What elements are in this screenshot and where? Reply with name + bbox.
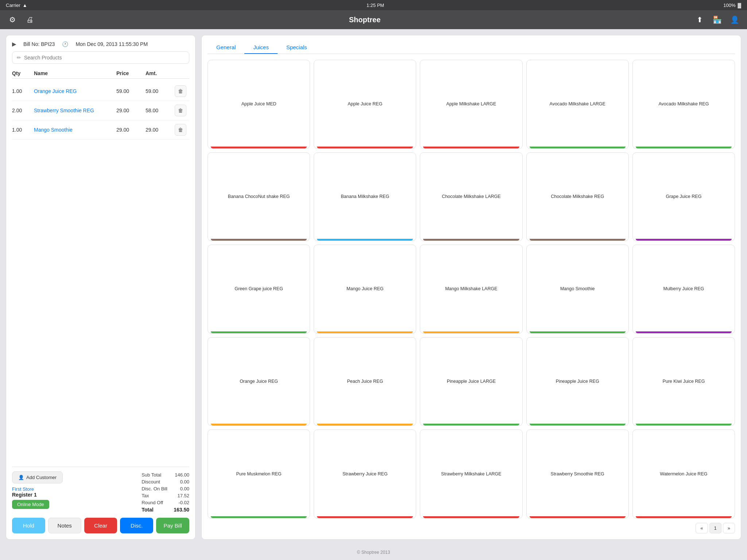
table-header: Qty Name Price Amt. [12,68,189,79]
delete-item-button[interactable]: 🗑 [175,105,186,116]
product-color-bar [423,147,519,148]
product-card[interactable]: Pure Muskmelon REG [208,429,310,518]
product-name: Mango Smoothie [560,249,595,331]
product-card[interactable]: Strawberry Juice REG [314,429,416,518]
product-card[interactable]: Banana ChocoNut shake REG [208,152,310,241]
mode-badge[interactable]: Online Mode [12,500,49,509]
product-card[interactable]: Green Grape juice REG [208,245,310,334]
product-color-bar [317,239,413,241]
product-card[interactable]: Mango Juice REG [314,245,416,334]
status-time: 1:25 PM [367,3,384,8]
item-name[interactable]: Mango Smoothie [34,127,116,133]
search-input[interactable] [24,55,185,61]
settings-icon[interactable]: ⚙ [7,15,18,24]
product-card[interactable]: Apple Milkshake LARGE [420,60,522,149]
nav-bar: ⚙ 🖨 Shoptree ⬆ 🏪 👤 [0,10,747,29]
product-name: Avocado Milkshake LARGE [550,65,605,147]
product-card[interactable]: Watermelon Juice REG [632,429,735,518]
footer: © Shoptree 2013 [0,545,747,559]
roundoff-label: Round Off [142,500,163,505]
product-color-bar [530,516,626,518]
product-card[interactable]: Apple Juice MED [208,60,310,149]
product-color-bar [317,331,413,333]
product-card[interactable]: Pineapple Juice LARGE [420,337,522,426]
product-grid: Apple Juice MED Apple Juice REG Apple Mi… [208,60,735,518]
tab-juices[interactable]: Juices [244,41,278,54]
prev-page-button[interactable]: « [696,523,708,533]
pay-bill-button[interactable]: Pay Bill [156,518,189,533]
add-customer-button[interactable]: 👤 Add Customer [12,471,63,483]
pagination: « 1 » [208,523,735,533]
product-color-bar [636,516,732,518]
next-page-button[interactable]: » [723,523,735,533]
product-color-bar [636,147,732,148]
delete-item-button[interactable]: 🗑 [175,85,186,97]
product-card[interactable]: Strawberry Smoothie REG [526,429,629,518]
product-card[interactable]: Avocado Milkshake LARGE [526,60,629,149]
item-amt: 59.00 [146,88,175,94]
product-card[interactable]: Chocolate Milkshake REG [526,152,629,241]
product-color-bar [317,147,413,148]
product-name: Pure Kiwi Juice REG [662,342,705,424]
right-panel: GeneralJuicesSpecials Apple Juice MED Ap… [201,35,741,540]
item-price: 29.00 [116,127,146,133]
total-label: Total [142,507,153,513]
user-icon[interactable]: 👤 [729,15,740,24]
col-name: Name [34,70,116,76]
item-name[interactable]: Orange Juice REG [34,88,116,94]
product-card[interactable]: Avocado Milkshake REG [632,60,735,149]
upload-icon[interactable]: ⬆ [694,15,705,24]
col-qty: Qty [12,70,34,76]
notes-button[interactable]: Notes [48,518,81,533]
discount-row: Discount 0.00 [142,478,189,485]
product-color-bar [423,331,519,333]
product-name: Mango Juice REG [347,249,383,331]
product-name: Mango Milkshake LARGE [445,249,497,331]
product-color-bar [317,516,413,518]
product-name: Pineapple Juice LARGE [447,342,496,424]
hold-button[interactable]: Hold [12,518,45,533]
disc-on-bill-value: 0.00 [167,486,189,491]
status-right: 100% ▓ [723,3,741,8]
clear-button[interactable]: Clear [84,518,117,533]
product-card[interactable]: Pineapple Juice REG [526,337,629,426]
product-card[interactable]: Apple Juice REG [314,60,416,149]
product-card[interactable]: Pure Kiwi Juice REG [632,337,735,426]
tax-row: Tax 17.52 [142,492,189,499]
product-name: Banana Milkshake REG [341,157,389,239]
product-color-bar [423,239,519,241]
total-row: Total 163.50 [142,506,189,513]
product-name: Chocolate Milkshake LARGE [442,157,500,239]
product-card[interactable]: Mulberry Juice REG [632,245,735,334]
delete-item-button[interactable]: 🗑 [175,124,186,136]
wifi-icon: ▲ [23,3,27,8]
product-card[interactable]: Mango Smoothie [526,245,629,334]
product-name: Apple Milkshake LARGE [446,65,496,147]
product-card[interactable]: Grape Juice REG [632,152,735,241]
nav-left: ⚙ 🖨 [7,15,35,24]
product-name: Mulberry Juice REG [663,249,704,331]
status-bar: Carrier ▲ 1:25 PM 100% ▓ [0,0,747,10]
product-card[interactable]: Banana Milkshake REG [314,152,416,241]
disc-on-bill-row: Disc. On Bill 0.00 [142,485,189,492]
current-page-button[interactable]: 1 [709,523,721,533]
disc-button[interactable]: Disc. [120,518,153,533]
store-icon[interactable]: 🏪 [712,15,722,24]
printer-icon[interactable]: 🖨 [25,16,35,24]
col-price: Price [116,70,146,76]
product-card[interactable]: Strawberry Milkshake LARGE [420,429,522,518]
product-color-bar [530,147,626,148]
product-card[interactable]: Orange Juice REG [208,337,310,426]
tab-specials[interactable]: Specials [278,41,316,54]
table-row: 1.00 Mango Smoothie 29.00 29.00 🗑 [12,120,189,140]
product-card[interactable]: Peach Juice REG [314,337,416,426]
product-color-bar [423,516,519,518]
product-color-bar [211,424,307,425]
product-card[interactable]: Mango Milkshake LARGE [420,245,522,334]
main-content: ▶ Bill No: BPI23 🕐 Mon Dec 09, 2013 11:5… [0,29,747,545]
product-color-bar [317,424,413,425]
product-card[interactable]: Chocolate Milkshake LARGE [420,152,522,241]
item-name[interactable]: Strawberry Smoothie REG [34,108,116,113]
tab-general[interactable]: General [208,41,244,54]
order-items: 1.00 Orange Juice REG 59.00 59.00 🗑 2.00… [12,82,189,140]
